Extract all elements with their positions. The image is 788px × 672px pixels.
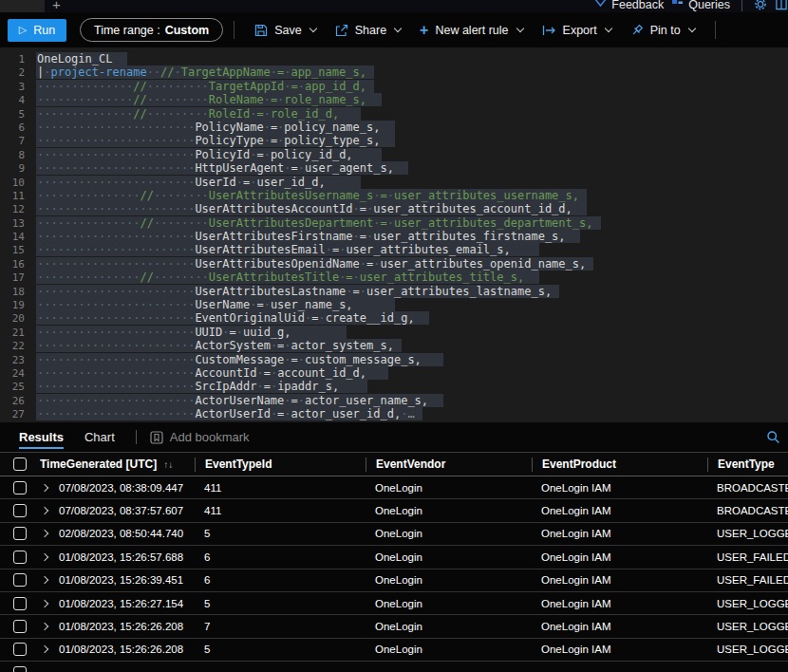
cell-eventtypeid: 5 bbox=[195, 598, 366, 609]
expand-row-icon[interactable] bbox=[41, 553, 48, 561]
active-query-tab[interactable] bbox=[0, 0, 45, 12]
code-line[interactable]: 12·······················UserAttributesA… bbox=[0, 202, 788, 215]
expand-row-icon[interactable] bbox=[41, 507, 48, 514]
search-results-button[interactable] bbox=[766, 430, 780, 444]
cell-eventtype: USER_LOGGED_I bbox=[707, 598, 788, 609]
column-header-eventproduct[interactable]: EventProduct bbox=[532, 457, 707, 472]
queries-button[interactable]: Queries bbox=[671, 0, 730, 11]
cell-eventtype: USER_LOGGED_I bbox=[707, 528, 788, 539]
tab-results[interactable]: Results bbox=[19, 422, 64, 452]
cell-eventvendor: OneLogin bbox=[366, 505, 532, 516]
code-line[interactable]: 4··············//·········RoleName·=·rol… bbox=[0, 93, 788, 106]
table-row[interactable]: 02/08/2023, 08:50:44.7405OneLoginOneLogi… bbox=[0, 523, 788, 546]
code-line[interactable]: 7·······················PolicyType·=·pol… bbox=[0, 134, 788, 147]
feedback-button[interactable]: Feedback bbox=[594, 0, 664, 11]
code-line[interactable]: 26·······················ActorUserName·=… bbox=[0, 394, 788, 407]
run-button[interactable]: ▷ Run bbox=[8, 19, 66, 42]
row-checkbox[interactable] bbox=[13, 504, 27, 517]
code-line[interactable]: 5··············//·········RoleId·=·role_… bbox=[0, 107, 788, 121]
row-checkbox[interactable] bbox=[13, 620, 27, 633]
cell-timegenerated: 01/08/2023, 15:26:57.688 bbox=[59, 551, 195, 563]
sort-icon[interactable]: ↑↓ bbox=[163, 459, 173, 470]
pin-to-button[interactable]: Pin to bbox=[621, 24, 704, 37]
column-header-eventtypeid[interactable]: EventTypeId bbox=[195, 457, 366, 472]
cell-eventvendor: OneLogin bbox=[366, 482, 532, 494]
line-number: 15 bbox=[0, 244, 25, 257]
results-panel: Results Chart Add bookmark TimeGenerated… bbox=[0, 422, 788, 672]
add-bookmark-button[interactable]: Add bookmark bbox=[150, 430, 250, 444]
code-line[interactable]: 21·······················UUID·=·uuid_g, bbox=[0, 326, 788, 339]
table-row[interactable]: 01/08/2023, 15:26:26.2085OneLoginOneLogi… bbox=[0, 639, 788, 662]
code-line[interactable]: 13···············//········UserAttribute… bbox=[0, 216, 788, 230]
table-row-partial[interactable] bbox=[0, 662, 788, 672]
line-number: 22 bbox=[0, 340, 25, 353]
line-number: 18 bbox=[0, 286, 25, 299]
cell-eventproduct: OneLogin IAM bbox=[532, 621, 707, 632]
line-number: 7 bbox=[0, 135, 25, 148]
row-checkbox[interactable] bbox=[13, 666, 27, 672]
row-checkbox[interactable] bbox=[13, 573, 27, 587]
code-line[interactable]: 18·······················UserAttributesL… bbox=[0, 285, 788, 298]
time-range-picker[interactable]: Time range : Custom bbox=[80, 18, 223, 42]
results-tabbar: Results Chart Add bookmark bbox=[0, 422, 788, 453]
code-line[interactable]: 17···············//········UserAttribute… bbox=[0, 271, 788, 284]
table-header: TimeGenerated [UTC] ↑↓ EventTypeId Event… bbox=[0, 453, 788, 476]
code-line[interactable]: 8·······················PolicyId·=·polic… bbox=[0, 148, 788, 161]
new-alert-rule-button[interactable]: + New alert rule bbox=[410, 24, 532, 37]
column-header-eventvendor[interactable]: EventVendor bbox=[366, 457, 532, 472]
cell-eventtype: BROADCASTER bbox=[707, 482, 788, 494]
new-tab-button[interactable]: + bbox=[52, 0, 61, 9]
code-line[interactable]: 19·······················UserName·=·user… bbox=[0, 298, 788, 311]
code-line[interactable]: 1OneLogin_CL bbox=[0, 52, 788, 65]
code-line[interactable]: 24·······················AccountId·=·acc… bbox=[0, 366, 788, 380]
row-checkbox[interactable] bbox=[13, 643, 27, 656]
code-line[interactable]: 2|·project-rename··//·TargetAppName·=·ap… bbox=[0, 65, 788, 79]
row-checkbox[interactable] bbox=[13, 551, 27, 564]
column-header-timegenerated[interactable]: TimeGenerated [UTC] ↑↓ bbox=[40, 457, 195, 471]
expand-row-icon[interactable] bbox=[41, 576, 48, 584]
settings-button[interactable] bbox=[754, 0, 767, 10]
cell-eventproduct: OneLogin IAM bbox=[532, 644, 707, 655]
code-line[interactable]: 9·······················HttpUserAgent·=·… bbox=[0, 161, 788, 175]
table-row[interactable]: 01/08/2023, 15:26:57.6886OneLoginOneLogi… bbox=[0, 546, 788, 569]
code-line[interactable]: 10·······················UserId·=·user_i… bbox=[0, 176, 788, 189]
pin-icon bbox=[630, 24, 644, 37]
code-line[interactable]: 16·······················UserAttributesO… bbox=[0, 257, 788, 271]
code-line[interactable]: 15·······················UserAttributesE… bbox=[0, 243, 788, 256]
code-line[interactable]: 14·······················UserAttributesF… bbox=[0, 230, 788, 243]
table-row[interactable]: 01/08/2023, 15:26:27.1545OneLoginOneLogi… bbox=[0, 592, 788, 615]
row-checkbox[interactable] bbox=[13, 481, 27, 495]
export-button[interactable]: Export bbox=[533, 24, 621, 37]
line-number: 12 bbox=[0, 203, 25, 216]
cell-eventtypeid: 7 bbox=[195, 621, 366, 632]
code-line[interactable]: 25·······················SrcIpAddr·=·ipa… bbox=[0, 380, 788, 393]
table-row[interactable]: 01/08/2023, 15:26:26.2087OneLoginOneLogi… bbox=[0, 615, 788, 638]
code-line[interactable]: 27·······················ActorUserId·=·a… bbox=[0, 407, 788, 420]
cell-timegenerated: 07/08/2023, 08:37:57.607 bbox=[59, 505, 195, 516]
expand-row-icon[interactable] bbox=[41, 645, 48, 653]
line-number: 9 bbox=[0, 162, 25, 176]
line-number: 20 bbox=[0, 312, 25, 326]
docs-button[interactable] bbox=[775, 0, 788, 10]
expand-row-icon[interactable] bbox=[41, 530, 48, 537]
expand-row-icon[interactable] bbox=[41, 483, 48, 491]
expand-row-icon[interactable] bbox=[41, 599, 48, 607]
row-checkbox[interactable] bbox=[13, 527, 27, 540]
column-header-eventtype[interactable]: EventType bbox=[707, 457, 788, 472]
code-line[interactable]: 20·······················EventOriginalUi… bbox=[0, 311, 788, 325]
expand-row-icon[interactable] bbox=[41, 623, 48, 630]
table-row[interactable]: 01/08/2023, 15:26:39.4516OneLoginOneLogi… bbox=[0, 569, 788, 592]
code-line[interactable]: 11···············//········UserAttribute… bbox=[0, 189, 788, 202]
select-all-checkbox[interactable] bbox=[13, 457, 27, 471]
code-line[interactable]: 3··············//·········TargetAppId·=·… bbox=[0, 80, 788, 93]
table-row[interactable]: 07/08/2023, 08:37:57.607411OneLoginOneLo… bbox=[0, 499, 788, 522]
share-button[interactable]: Share bbox=[326, 24, 410, 37]
code-line[interactable]: 22·······················ActorSystem·=·a… bbox=[0, 339, 788, 352]
tab-chart[interactable]: Chart bbox=[84, 422, 115, 452]
save-button[interactable]: Save bbox=[245, 24, 326, 37]
code-line[interactable]: 6·······················PolicyName·=·pol… bbox=[0, 121, 788, 134]
table-row[interactable]: 07/08/2023, 08:38:09.447411OneLoginOneLo… bbox=[0, 476, 788, 499]
code-line[interactable]: 23·······················CustomMessage·=… bbox=[0, 353, 788, 366]
row-checkbox[interactable] bbox=[13, 597, 27, 610]
kql-query-editor[interactable]: 1OneLogin_CL 2|·project-rename··//·Targe… bbox=[0, 47, 788, 422]
